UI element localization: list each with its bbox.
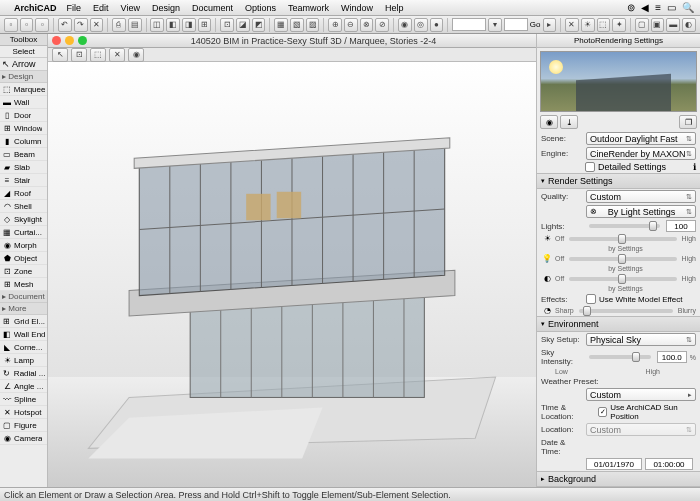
spline-tool[interactable]: 〰Spline bbox=[0, 393, 47, 406]
sky-int-value[interactable]: 100.0 bbox=[657, 351, 687, 363]
tb-icon-21[interactable]: ⬚ bbox=[597, 18, 611, 32]
st-icon-2[interactable]: ⊡ bbox=[71, 48, 87, 62]
wifi-icon[interactable]: ⊚ bbox=[627, 2, 635, 13]
quality-select[interactable]: Custom⇅ bbox=[586, 190, 696, 203]
grid-tool[interactable]: ⊞Grid El... bbox=[0, 315, 47, 328]
tb-icon-17[interactable]: ● bbox=[430, 18, 444, 32]
app-name[interactable]: ArchiCAD bbox=[14, 3, 57, 13]
tb-icon-20[interactable]: ☀ bbox=[581, 18, 595, 32]
mesh-tool[interactable]: ⊞Mesh bbox=[0, 278, 47, 291]
marquee-tool[interactable]: ⬚Marquee bbox=[0, 83, 47, 96]
tb-icon-6[interactable]: ◪ bbox=[236, 18, 250, 32]
hotspot-tool[interactable]: ✕Hotspot bbox=[0, 406, 47, 419]
tb-icon-24[interactable]: ▣ bbox=[651, 18, 665, 32]
sky-setup-select[interactable]: Physical Sky⇅ bbox=[586, 333, 696, 346]
blur-slider[interactable] bbox=[579, 309, 673, 313]
tb-cut-icon[interactable]: ✕ bbox=[90, 18, 104, 32]
tb-print-icon[interactable]: ⎙ bbox=[112, 18, 126, 32]
menu-view[interactable]: View bbox=[121, 3, 140, 13]
shell-tool[interactable]: ◠Shell bbox=[0, 200, 47, 213]
wallend-tool[interactable]: ◧Wall End bbox=[0, 328, 47, 341]
lights-slider[interactable] bbox=[589, 224, 660, 228]
stair-tool[interactable]: ≡Stair bbox=[0, 174, 47, 187]
tb-icon-7[interactable]: ◩ bbox=[252, 18, 266, 32]
figure-tool[interactable]: ▢Figure bbox=[0, 419, 47, 432]
tb-new-icon[interactable]: ▫ bbox=[4, 18, 18, 32]
tb-icon-14[interactable]: ⊘ bbox=[375, 18, 389, 32]
camera-tool[interactable]: ◉Camera bbox=[0, 432, 47, 445]
morph-tool[interactable]: ◉Morph bbox=[0, 239, 47, 252]
tb-plot-icon[interactable]: ▤ bbox=[128, 18, 142, 32]
tb-icon-18[interactable]: ▾ bbox=[488, 18, 502, 32]
preview-refresh-button[interactable]: ◉ bbox=[540, 115, 558, 129]
angle-tool[interactable]: ∠Angle ... bbox=[0, 380, 47, 393]
tb-icon-23[interactable]: ▢ bbox=[635, 18, 649, 32]
engine-select[interactable]: CineRender by MAXON⇅ bbox=[586, 147, 696, 160]
tb-save-icon[interactable]: ▫ bbox=[35, 18, 49, 32]
info-icon[interactable]: ℹ bbox=[693, 162, 696, 172]
tb-icon-16[interactable]: ◎ bbox=[414, 18, 428, 32]
sun-pos-checkbox[interactable]: ✓ bbox=[598, 407, 607, 417]
curtain-tool[interactable]: ▦Curtai... bbox=[0, 226, 47, 239]
radial-tool[interactable]: ↻Radial ... bbox=[0, 367, 47, 380]
toolbox-select[interactable]: Select bbox=[0, 46, 47, 58]
skylight-tool[interactable]: ◇Skylight bbox=[0, 213, 47, 226]
menu-edit[interactable]: Edit bbox=[93, 3, 109, 13]
tb-icon-2[interactable]: ◧ bbox=[166, 18, 180, 32]
tb-field-1[interactable] bbox=[452, 18, 486, 31]
tb-icon-1[interactable]: ◫ bbox=[150, 18, 164, 32]
tb-icon-22[interactable]: ✦ bbox=[612, 18, 626, 32]
close-button[interactable] bbox=[52, 36, 61, 45]
design-group[interactable]: ▸ Design bbox=[0, 71, 47, 83]
tb-icon-4[interactable]: ⊞ bbox=[198, 18, 212, 32]
document-group[interactable]: ▸ Document bbox=[0, 291, 47, 303]
sun-slider[interactable] bbox=[569, 237, 676, 241]
preview-export-button[interactable]: ⤓ bbox=[560, 115, 578, 129]
tb-open-icon[interactable]: ▫ bbox=[20, 18, 34, 32]
tb-undo-icon[interactable]: ↶ bbox=[58, 18, 72, 32]
render-settings-section[interactable]: ▾Render Settings bbox=[537, 173, 700, 189]
object-tool[interactable]: ⬟Object bbox=[0, 252, 47, 265]
more-group[interactable]: ▸ More bbox=[0, 303, 47, 315]
3d-viewport[interactable] bbox=[48, 62, 536, 487]
zoom-button[interactable] bbox=[78, 36, 87, 45]
beam-tool[interactable]: ▭Beam bbox=[0, 148, 47, 161]
weather-select[interactable]: Custom▸ bbox=[586, 388, 696, 401]
tb-redo-icon[interactable]: ↷ bbox=[74, 18, 88, 32]
time-field[interactable]: 01:00:00 bbox=[645, 458, 693, 470]
lamp-slider[interactable] bbox=[569, 257, 676, 261]
column-tool[interactable]: ▮Column bbox=[0, 135, 47, 148]
tb-icon-3[interactable]: ◨ bbox=[182, 18, 196, 32]
tb-icon-8[interactable]: ▦ bbox=[274, 18, 288, 32]
tb-icon-9[interactable]: ▧ bbox=[290, 18, 304, 32]
window-tool[interactable]: ⊞Window bbox=[0, 122, 47, 135]
tb-icon-25[interactable]: ▬ bbox=[666, 18, 680, 32]
volume-icon[interactable]: ◀ bbox=[641, 2, 649, 13]
lights-value[interactable]: 100 bbox=[666, 220, 696, 232]
minimize-button[interactable] bbox=[65, 36, 74, 45]
tb-icon-19[interactable]: ✕ bbox=[565, 18, 579, 32]
zone-tool[interactable]: ⊡Zone bbox=[0, 265, 47, 278]
st-icon-3[interactable]: ⬚ bbox=[90, 48, 106, 62]
spotlight-icon[interactable]: 🔍 bbox=[682, 2, 694, 13]
tb-icon-5[interactable]: ⊡ bbox=[220, 18, 234, 32]
lamp-tool[interactable]: ☀Lamp bbox=[0, 354, 47, 367]
environment-section[interactable]: ▾Environment bbox=[537, 316, 700, 332]
white-model-checkbox[interactable] bbox=[586, 294, 596, 304]
bluetooth-icon[interactable]: ≡ bbox=[655, 2, 661, 13]
corner-tool[interactable]: ◣Corne... bbox=[0, 341, 47, 354]
preview-settings-button[interactable]: ❐ bbox=[679, 115, 697, 129]
tb-icon-26[interactable]: ◐ bbox=[682, 18, 696, 32]
tb-icon-11[interactable]: ⊕ bbox=[328, 18, 342, 32]
arrow-tool[interactable]: ↖Arrow bbox=[0, 58, 47, 71]
tb-icon-15[interactable]: ◉ bbox=[398, 18, 412, 32]
menu-window[interactable]: Window bbox=[341, 3, 373, 13]
menu-document[interactable]: Document bbox=[192, 3, 233, 13]
tb-icon-13[interactable]: ⊗ bbox=[360, 18, 374, 32]
roof-tool[interactable]: ◢Roof bbox=[0, 187, 47, 200]
background-section[interactable]: ▸Background bbox=[537, 471, 700, 487]
sky-intensity-slider[interactable] bbox=[589, 355, 651, 359]
battery-icon[interactable]: ▭ bbox=[667, 2, 676, 13]
tb-icon-12[interactable]: ⊖ bbox=[344, 18, 358, 32]
tb-icon-10[interactable]: ▨ bbox=[306, 18, 320, 32]
